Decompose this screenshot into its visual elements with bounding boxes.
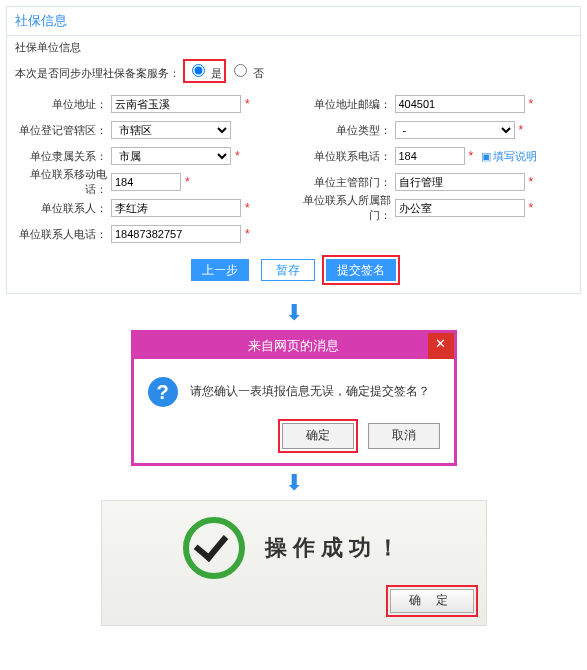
tel-input[interactable] [395, 147, 465, 165]
success-row: 操作成功！ [114, 513, 474, 589]
region-select[interactable]: 市辖区 [111, 121, 231, 139]
sync-service-radio-row: 本次是否同步办理社保备案服务： 是 否 [7, 55, 580, 87]
type-label: 单位类型： [299, 123, 391, 138]
mobile-input[interactable] [111, 173, 181, 191]
dialog-buttons: 确定 取消 [134, 423, 454, 463]
zip-label: 单位地址邮编： [299, 97, 391, 112]
radio-yes-label: 是 [211, 67, 222, 79]
radio-no-label: 否 [253, 67, 264, 79]
dialog-message: 请您确认一表填报信息无误，确定提交签名？ [190, 383, 430, 400]
contact-dept-input[interactable] [395, 199, 525, 217]
radio-yes-highlight: 是 [183, 59, 226, 83]
contact-input[interactable] [111, 199, 241, 217]
panel-title: 社保信息 [7, 7, 580, 36]
radio-no[interactable] [234, 64, 247, 77]
belong-select[interactable]: 市属 [111, 147, 231, 165]
tel-help-link[interactable]: ▣ 填写说明 [481, 149, 537, 164]
contact-tel-label: 单位联系人电话： [15, 227, 107, 242]
required-star: * [519, 123, 524, 137]
question-icon: ? [148, 377, 178, 407]
button-row: 上一步 暂存 提交签名 [7, 251, 580, 293]
addr-label: 单位地址： [15, 97, 107, 112]
required-star: * [185, 175, 190, 189]
required-star: * [529, 201, 534, 215]
dept-input[interactable] [395, 173, 525, 191]
submit-sign-button[interactable]: 提交签名 [326, 259, 396, 281]
save-button[interactable]: 暂存 [261, 259, 315, 281]
required-star: * [245, 201, 250, 215]
dialog-title-bar: 来自网页的消息 ✕ [134, 333, 454, 359]
close-icon[interactable]: ✕ [428, 333, 454, 359]
form-grid: 单位地址： * 单位地址邮编： * 单位登记管辖区： 市辖区 单位类型： - *… [7, 87, 580, 251]
required-star: * [469, 149, 474, 163]
square-icon: ▣ [481, 150, 491, 163]
prev-button[interactable]: 上一步 [191, 259, 249, 281]
type-select[interactable]: - [395, 121, 515, 139]
panel-subtitle: 社保单位信息 [7, 36, 580, 55]
mobile-label: 单位联系移动电话： [15, 167, 107, 197]
dialog-title: 来自网页的消息 [248, 338, 339, 353]
flow-arrow-icon: ⬇ [0, 300, 587, 326]
belong-label: 单位隶属关系： [15, 149, 107, 164]
check-icon [183, 517, 245, 579]
confirm-dialog: 来自网页的消息 ✕ ? 请您确认一表填报信息无误，确定提交签名？ 确定 取消 [131, 330, 457, 466]
required-star: * [245, 97, 250, 111]
flow-arrow-icon: ⬇ [0, 470, 587, 496]
region-label: 单位登记管辖区： [15, 123, 107, 138]
contact-tel-input[interactable] [111, 225, 241, 243]
dialog-ok-button[interactable]: 确定 [282, 423, 354, 449]
required-star: * [245, 227, 250, 241]
success-ok-button[interactable]: 确 定 [390, 589, 474, 613]
tel-label: 单位联系电话： [299, 149, 391, 164]
contact-label: 单位联系人： [15, 201, 107, 216]
success-text: 操作成功！ [265, 533, 405, 563]
dialog-body: ? 请您确认一表填报信息无误，确定提交签名？ [134, 359, 454, 423]
zip-input[interactable] [395, 95, 525, 113]
dialog-cancel-button[interactable]: 取消 [368, 423, 440, 449]
required-star: * [235, 149, 240, 163]
social-insurance-panel: 社保信息 社保单位信息 本次是否同步办理社保备案服务： 是 否 单位地址： * … [6, 6, 581, 294]
required-star: * [529, 97, 534, 111]
sync-service-label: 本次是否同步办理社保备案服务： [15, 67, 180, 79]
required-star: * [529, 175, 534, 189]
success-panel: 操作成功！ 确 定 [101, 500, 487, 626]
addr-input[interactable] [111, 95, 241, 113]
radio-yes[interactable] [192, 64, 205, 77]
dept-label: 单位主管部门： [299, 175, 391, 190]
contact-dept-label: 单位联系人所属部门： [299, 193, 391, 223]
